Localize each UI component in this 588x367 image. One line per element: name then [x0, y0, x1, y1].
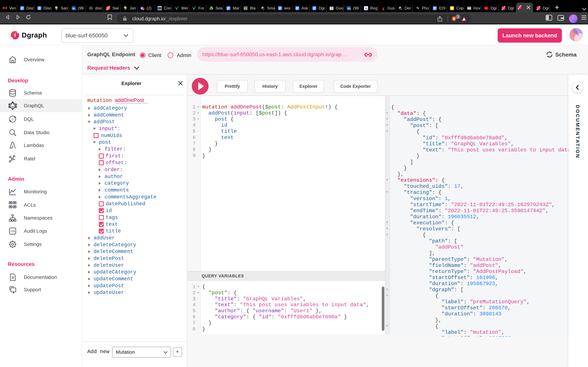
- svg-text:b: b: [365, 7, 367, 10]
- svg-text:in: in: [348, 7, 350, 10]
- svg-text:18: 18: [330, 7, 333, 9]
- svg-text:CT: CT: [244, 7, 247, 10]
- svg-text:2: 2: [143, 8, 144, 10]
- svg-text:LOG: LOG: [10, 230, 15, 233]
- svg-text:in: in: [72, 7, 75, 10]
- svg-text:tds: tds: [468, 7, 471, 9]
- svg-text:g: g: [382, 6, 384, 10]
